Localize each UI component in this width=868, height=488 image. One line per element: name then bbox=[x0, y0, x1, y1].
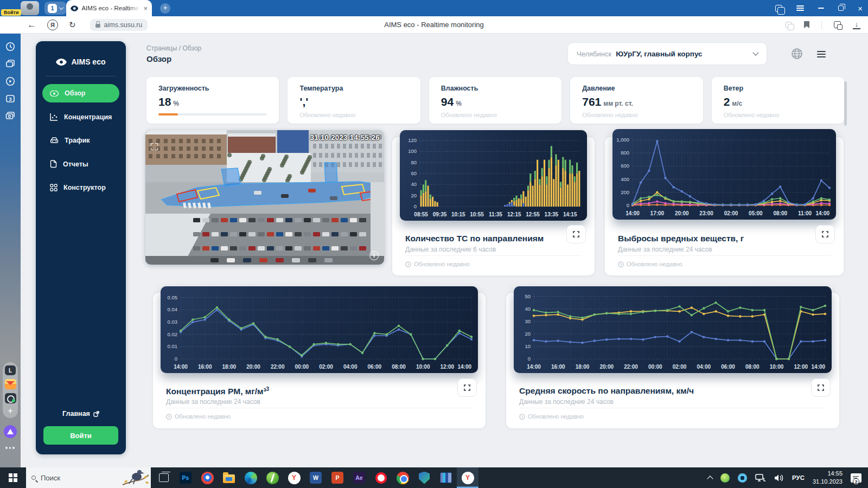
svg-text:14:00: 14:00 bbox=[815, 210, 829, 216]
svg-text:20: 20 bbox=[411, 192, 417, 198]
downloads-icon[interactable]: ↓ bbox=[853, 21, 860, 29]
back-button[interactable]: ← bbox=[27, 20, 36, 30]
svg-text:09:35: 09:35 bbox=[433, 211, 447, 217]
clock-datetime[interactable]: 14:5531.10.2023 bbox=[813, 470, 843, 486]
info-icon[interactable]: i bbox=[369, 251, 379, 260]
camera-card[interactable]: 31.10.2023 14:55:26 i bbox=[145, 130, 384, 265]
tray-chevron-icon[interactable] bbox=[707, 476, 713, 481]
sidebar-item-konstruktor[interactable]: Конструктор bbox=[42, 178, 119, 197]
aftereffects-icon[interactable]: Ae bbox=[348, 467, 370, 488]
stat-label: Загруженность bbox=[158, 85, 267, 92]
reload-button[interactable]: ↻ bbox=[69, 20, 76, 30]
mail-icon[interactable] bbox=[5, 379, 16, 389]
network-icon[interactable] bbox=[755, 473, 766, 482]
svg-text:00:00: 00:00 bbox=[648, 364, 662, 370]
dock-add-icon[interactable]: + bbox=[8, 407, 13, 415]
tab-close-icon[interactable]: × bbox=[143, 4, 148, 12]
volume-icon[interactable] bbox=[774, 474, 784, 482]
taskbar-search[interactable]: Поиск bbox=[26, 467, 151, 488]
svg-text:10:15: 10:15 bbox=[451, 211, 465, 217]
globe-icon[interactable] bbox=[791, 48, 803, 60]
yandex-browser-active-icon[interactable]: Y bbox=[457, 467, 478, 488]
antivirus-shield-icon[interactable] bbox=[413, 467, 435, 488]
more-icon[interactable] bbox=[5, 447, 15, 449]
browser-avatar[interactable] bbox=[21, 1, 39, 15]
task-view-icon[interactable] bbox=[153, 467, 175, 488]
side-panel-icon[interactable] bbox=[834, 21, 841, 28]
language-indicator[interactable]: РУС bbox=[792, 474, 805, 481]
gimp-icon[interactable] bbox=[196, 467, 218, 488]
breadcrumb-root[interactable]: Страницы bbox=[146, 44, 177, 52]
camera-tray-icon[interactable] bbox=[738, 473, 747, 483]
home-link[interactable]: Главная bbox=[62, 410, 99, 418]
messenger-icon[interactable] bbox=[5, 393, 16, 403]
opera-icon[interactable] bbox=[370, 467, 392, 488]
chrome-icon[interactable] bbox=[392, 467, 413, 488]
windows-logo-icon bbox=[9, 473, 17, 482]
menu-icon[interactable] bbox=[817, 49, 826, 59]
add-to-collection-icon[interactable] bbox=[786, 22, 792, 28]
edge-icon[interactable] bbox=[240, 467, 261, 488]
alice-assistant-icon[interactable] bbox=[4, 425, 17, 438]
fullscreen-icon[interactable] bbox=[151, 143, 158, 150]
svg-text:30: 30 bbox=[525, 318, 531, 324]
chart-subtitle: Данные за последние 24 часов bbox=[618, 246, 712, 253]
svg-text:02:00: 02:00 bbox=[673, 364, 687, 370]
start-button[interactable] bbox=[0, 467, 26, 488]
location-select[interactable]: Челябинск ЮУрГУ, главный корпус bbox=[567, 42, 767, 65]
expand-icon[interactable] bbox=[566, 225, 586, 243]
counter-badge-icon[interactable]: 3 bbox=[5, 93, 16, 104]
word-icon[interactable]: W bbox=[305, 467, 327, 488]
new-tab-button[interactable]: + bbox=[160, 3, 170, 14]
taskbar: Поиск PsYWPAeY РУС 14:5531.10.2023 2 bbox=[0, 467, 868, 488]
svg-text:12:15: 12:15 bbox=[507, 211, 521, 217]
explorer-icon[interactable] bbox=[218, 467, 240, 488]
chart-updated: Обновлено недавно bbox=[519, 413, 584, 420]
svg-text:20:00: 20:00 bbox=[246, 364, 260, 370]
photoshop-icon[interactable]: Ps bbox=[175, 467, 196, 488]
sidebar-item-obzor[interactable]: Обзор bbox=[42, 84, 119, 102]
yandex-icon[interactable]: Y bbox=[283, 467, 305, 488]
close-button[interactable]: × bbox=[858, 4, 863, 12]
antivirus-tray-icon[interactable] bbox=[720, 473, 730, 483]
minimize-button[interactable] bbox=[818, 8, 824, 9]
profile-letter-badge[interactable]: L bbox=[5, 365, 16, 375]
svg-text:17:00: 17:00 bbox=[650, 210, 665, 216]
browser-menu-icon[interactable] bbox=[796, 4, 804, 12]
address-bar: ← Я ↻ aims.susu.ru AIMS eco - Realtime m… bbox=[0, 16, 868, 34]
winrar-icon[interactable] bbox=[435, 467, 457, 488]
browser-tab[interactable]: AIMS eco - Realtime mo × bbox=[66, 0, 152, 16]
chart-title: Средняя скорость по направлениям, км/ч bbox=[519, 386, 694, 396]
leaf-app-icon[interactable] bbox=[261, 467, 283, 488]
svg-text:22:00: 22:00 bbox=[624, 364, 638, 370]
collections-icon[interactable] bbox=[775, 5, 782, 12]
expand-icon[interactable] bbox=[815, 225, 835, 243]
sidebar-item-trafik[interactable]: Трафик bbox=[42, 131, 119, 150]
chart-subtitle: Данные за последние 24 часов bbox=[519, 398, 614, 406]
feed-icon[interactable] bbox=[5, 59, 16, 69]
url-box[interactable]: aims.susu.ru bbox=[90, 19, 148, 31]
expand-icon[interactable] bbox=[457, 378, 477, 397]
sidebar-item-otchety[interactable]: Отчеты bbox=[42, 155, 119, 174]
svg-text:0: 0 bbox=[528, 356, 531, 362]
login-button[interactable]: Войти bbox=[43, 426, 118, 445]
scrollbar[interactable] bbox=[844, 81, 847, 126]
history-icon[interactable] bbox=[5, 41, 16, 52]
powerpoint-icon[interactable]: P bbox=[327, 467, 348, 488]
svg-text:40: 40 bbox=[525, 306, 531, 312]
browser-login-badge[interactable]: Войти bbox=[1, 9, 21, 16]
screenshot-icon[interactable] bbox=[5, 111, 16, 121]
sidebar-item-koncentraciya[interactable]: Концентрация bbox=[42, 107, 119, 126]
svg-text:0.04: 0.04 bbox=[168, 306, 178, 312]
notifications-icon[interactable]: 2 bbox=[851, 473, 861, 483]
video-icon[interactable] bbox=[5, 76, 16, 87]
stat-label: Ветер bbox=[724, 85, 832, 92]
svg-text:20:00: 20:00 bbox=[675, 210, 689, 216]
expand-icon[interactable] bbox=[811, 378, 831, 397]
chart-card-pm: 00.010.020.030.040.0514:0016:0018:0020:0… bbox=[153, 293, 486, 428]
tab-group-button[interactable]: 1 bbox=[44, 2, 66, 15]
yandex-button[interactable]: Я bbox=[47, 20, 58, 30]
bookmark-icon[interactable] bbox=[804, 21, 809, 28]
stat-label: Температура bbox=[299, 85, 408, 92]
restore-button[interactable] bbox=[838, 5, 844, 11]
